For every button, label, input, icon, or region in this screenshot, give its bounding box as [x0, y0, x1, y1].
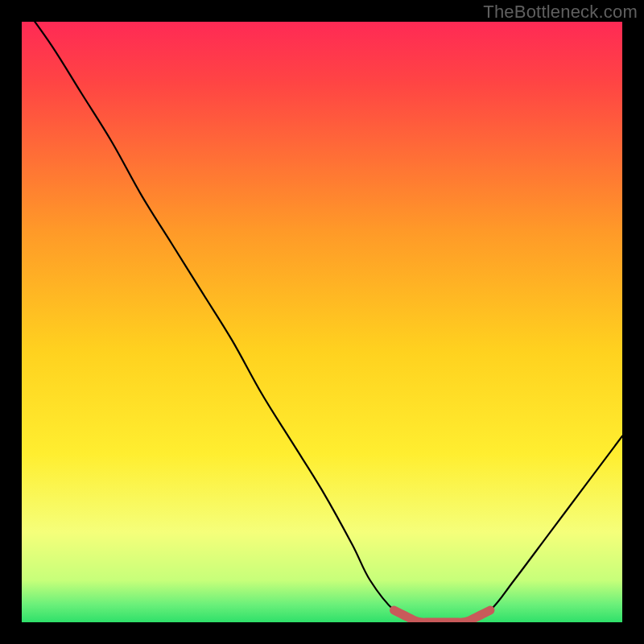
chart-stage: TheBottleneck.com [0, 0, 644, 644]
chart-svg [0, 0, 644, 644]
chart-plot-background [22, 22, 622, 622]
attribution-text: TheBottleneck.com [483, 2, 638, 23]
